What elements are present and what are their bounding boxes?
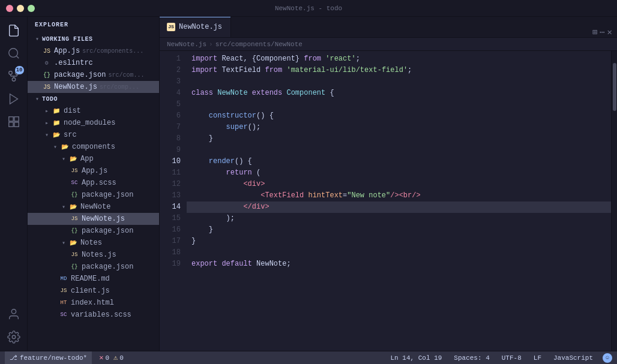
- source-control-activity-icon[interactable]: 10: [5, 67, 23, 85]
- folder-dist[interactable]: 📁 dist: [28, 105, 159, 117]
- window-title: NewNote.js - todo: [275, 5, 342, 12]
- todo-label: TODO: [42, 96, 58, 103]
- file-packagejson-notes[interactable]: {} package.json: [28, 261, 159, 273]
- settings-activity-icon[interactable]: [5, 328, 23, 346]
- debug-activity-icon[interactable]: [5, 90, 23, 108]
- file-appscss[interactable]: SC App.scss: [28, 177, 159, 189]
- line-ending-status[interactable]: LF: [531, 354, 544, 362]
- split-editor-icon[interactable]: ⊞: [592, 27, 597, 37]
- file-clientjs[interactable]: JS client.js: [28, 285, 159, 297]
- file-variablesscss[interactable]: SC variables.scss: [28, 309, 159, 321]
- working-file-packagejson[interactable]: {} package.json src/com...: [28, 69, 159, 81]
- working-file-appjs[interactable]: JS App.js src/components...: [28, 45, 159, 57]
- source-control-badge: 10: [15, 66, 24, 74]
- code-line-11: return (: [187, 167, 611, 179]
- md-icon: MD: [59, 274, 68, 284]
- folder-icon-components: 📂: [60, 142, 70, 152]
- folder-newnote[interactable]: 📂 NewNote: [28, 201, 159, 213]
- svg-point-2: [12, 78, 16, 82]
- code-line-13: <TextField hintText="New note"/><br/>: [187, 190, 611, 201]
- js-icon-client: JS: [59, 286, 68, 296]
- close-button[interactable]: [6, 5, 13, 12]
- file-packagejson-newnote[interactable]: {} package.json: [28, 225, 159, 237]
- branch-name: feature/new-todo*: [20, 354, 87, 362]
- code-line-15: );: [187, 213, 611, 224]
- todo-section[interactable]: TODO: [28, 93, 159, 105]
- extensions-activity-icon[interactable]: [5, 113, 23, 131]
- file-indexhtml[interactable]: HT index.html: [28, 297, 159, 309]
- editor-tab-newnotejs[interactable]: JS NewNote.js: [160, 17, 231, 37]
- code-content[interactable]: import React, {Component} from 'react'; …: [187, 51, 611, 351]
- app-chevron: [59, 154, 68, 164]
- sidebar: EXPLORER WORKING FILES JS App.js src/com…: [28, 17, 160, 351]
- more-actions-icon[interactable]: ⋯: [600, 27, 604, 37]
- js-file-icon: JS: [42, 46, 52, 56]
- status-bar: ⎇ feature/new-todo* ✕ 0 ⚠ 0 Ln 14, Col 1…: [0, 351, 617, 364]
- encoding-label: UTF-8: [502, 354, 522, 362]
- working-files-chevron: [32, 34, 42, 44]
- svg-rect-7: [8, 117, 13, 121]
- close-panel-icon[interactable]: ✕: [607, 27, 612, 37]
- file-packagejson-app[interactable]: {} package.json: [28, 189, 159, 201]
- minimize-button[interactable]: [17, 5, 24, 12]
- working-file-eslintrc[interactable]: ⚙ .eslintrc: [28, 57, 159, 69]
- breadcrumb-path: src/components/NewNote: [215, 41, 302, 48]
- working-files-section[interactable]: WORKING FILES: [28, 33, 159, 45]
- folder-icon-dist: 📁: [52, 106, 61, 116]
- code-line-3: [187, 76, 611, 88]
- code-line-2: import TextField from 'material-ui/lib/t…: [187, 65, 611, 76]
- svg-marker-6: [10, 94, 17, 104]
- cursor-position: Ln 14, Col 19: [391, 354, 442, 362]
- folder-icon-app: 📂: [68, 154, 78, 164]
- files-activity-icon[interactable]: [5, 22, 23, 40]
- folder-icon-node-modules: 📁: [52, 118, 61, 128]
- warning-icon: ⚠: [113, 353, 118, 362]
- folder-app[interactable]: 📂 App: [28, 153, 159, 165]
- folder-notes[interactable]: 📂 Notes: [28, 237, 159, 249]
- folder-components[interactable]: 📂 components: [28, 141, 159, 153]
- folder-src[interactable]: 📂 src: [28, 129, 159, 141]
- feedback-button[interactable]: ☺: [603, 353, 612, 363]
- folder-node-modules[interactable]: 📁 node_modules: [28, 117, 159, 129]
- editor-area: JS NewNote.js ⊞ ⋯ ✕ NewNote.js › src/com…: [160, 17, 617, 351]
- code-line-19: export default NewNote;: [187, 258, 611, 270]
- warning-count: 0: [119, 354, 124, 362]
- spaces-status[interactable]: Spaces: 4: [451, 354, 492, 362]
- search-activity-icon[interactable]: [5, 44, 23, 62]
- maximize-button[interactable]: [28, 5, 35, 12]
- code-line-10: render() {: [187, 156, 611, 167]
- file-newnotejs[interactable]: JS NewNote.js: [28, 213, 159, 225]
- status-right: Ln 14, Col 19 Spaces: 4 UTF-8 LF JavaScr…: [388, 353, 612, 363]
- language-label: JavaScript: [553, 354, 593, 362]
- branch-status[interactable]: ⎇ feature/new-todo*: [5, 351, 92, 365]
- js-icon-newnotejs: JS: [70, 214, 79, 224]
- spaces-label: Spaces: 4: [454, 354, 489, 362]
- working-file-newnotejs[interactable]: JS NewNote.js src/comp...: [28, 81, 159, 93]
- svg-point-0: [8, 49, 17, 58]
- html-icon: HT: [59, 298, 68, 308]
- file-appjs[interactable]: JS App.js: [28, 165, 159, 177]
- file-readme[interactable]: MD README.md: [28, 273, 159, 285]
- error-icon: ✕: [99, 353, 103, 362]
- src-chevron: [42, 130, 52, 140]
- account-activity-icon[interactable]: [5, 305, 23, 323]
- window-controls: [6, 5, 35, 12]
- notes-chevron: [59, 238, 68, 248]
- code-line-14: </div>: [187, 201, 611, 213]
- editor-scrollbar[interactable]: [611, 51, 617, 351]
- folder-icon-newnote: 📂: [68, 202, 78, 212]
- position-status[interactable]: Ln 14, Col 19: [388, 354, 445, 362]
- code-line-4: class NewNote extends Component {: [187, 88, 611, 99]
- svg-rect-8: [14, 117, 18, 121]
- explorer-header: EXPLORER: [28, 17, 159, 33]
- errors-status[interactable]: ✕ 0 ⚠ 0: [97, 353, 126, 362]
- activity-bar: 10: [0, 17, 28, 351]
- code-line-12: <div>: [187, 179, 611, 190]
- svg-point-12: [12, 335, 16, 339]
- js-icon-notesjs: JS: [70, 250, 79, 260]
- file-notesjs[interactable]: JS Notes.js: [28, 249, 159, 261]
- code-line-6: constructor() {: [187, 110, 611, 122]
- folder-icon-src: 📂: [52, 130, 61, 140]
- encoding-status[interactable]: UTF-8: [499, 354, 524, 362]
- language-status[interactable]: JavaScript: [551, 354, 595, 362]
